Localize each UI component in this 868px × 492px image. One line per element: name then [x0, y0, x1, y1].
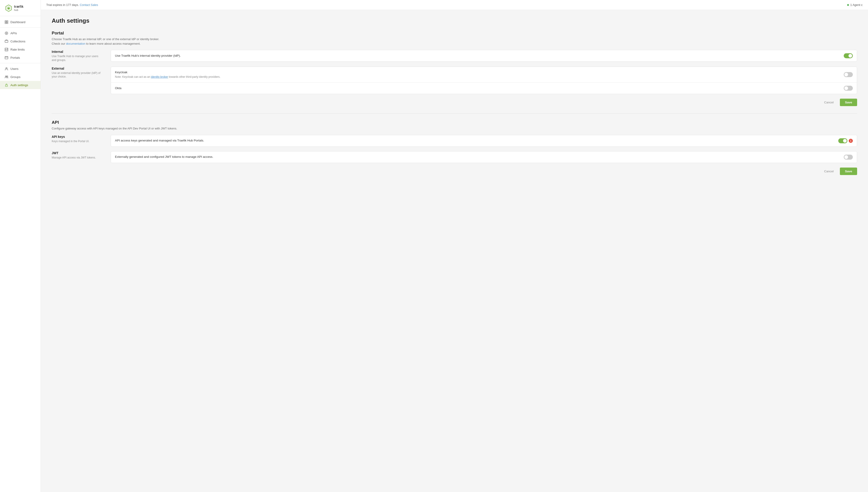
sidebar-item-groups[interactable]: Groups [0, 73, 41, 81]
api-keys-toggle[interactable] [838, 138, 847, 143]
svg-rect-14 [5, 85, 7, 87]
internal-card-item: Use Traefik Hub's internal identity prov… [111, 50, 857, 62]
jwt-title: JWT [52, 151, 102, 155]
okta-toggle[interactable] [844, 86, 853, 91]
portal-desc-text: Choose Traefik Hub as an internal IdP, o… [52, 38, 159, 41]
api-cancel-button[interactable]: Cancel [820, 168, 837, 175]
portal-save-button[interactable]: Save [840, 99, 857, 106]
svg-rect-8 [5, 40, 8, 42]
sidebar-nav: Dashboard APIs Collections Rate limits [0, 18, 41, 89]
sidebar-item-rate-limits-label: Rate limits [10, 48, 25, 51]
svg-rect-3 [5, 21, 6, 22]
logo: træfik hub [0, 0, 41, 16]
sidebar-item-users-label: Users [10, 67, 18, 71]
api-keys-card-label: API access keys generated and managed vi… [115, 138, 836, 143]
api-keys-item: API access keys generated and managed vi… [111, 135, 857, 146]
portal-desc2: Check our [52, 42, 65, 45]
internal-row: Internal Use Traefik Hub to manage your … [52, 50, 857, 62]
sidebar-item-collections[interactable]: Collections [0, 37, 41, 45]
sidebar-item-auth-settings[interactable]: Auth settings [0, 81, 41, 89]
sidebar-item-users[interactable]: Users [0, 65, 41, 73]
api-section-title: API [52, 120, 857, 125]
external-row: External Use an external identity provid… [52, 67, 857, 94]
api-keys-label: API keys Keys managed in the Portal UI. [52, 135, 102, 143]
internal-card: Use Traefik Hub's internal identity prov… [111, 50, 857, 62]
portal-section-title: Portal [52, 31, 857, 35]
jwt-row: JWT Manage API access via JWT tokens. Ex… [52, 151, 857, 163]
okta-label: Okta [115, 86, 841, 91]
sidebar-item-dashboard-label: Dashboard [10, 20, 25, 24]
sidebar-item-apis[interactable]: APIs [0, 29, 41, 37]
jwt-card: Externally generated and configured JWT … [111, 151, 857, 163]
external-label: External Use an external identity provid… [52, 67, 102, 79]
svg-point-13 [6, 76, 8, 77]
page-title: Auth settings [52, 17, 857, 24]
jwt-item: Externally generated and configured JWT … [111, 151, 857, 163]
keycloak-toggle[interactable] [844, 72, 853, 77]
api-icon [4, 31, 8, 35]
ratelimit-icon [4, 48, 8, 51]
svg-rect-6 [6, 22, 8, 24]
api-section-desc: Configure gateway access with API keys m… [52, 126, 857, 131]
keycloak-label: Keycloak Note: Keycloak can act as an id… [115, 70, 841, 79]
agent-dot [847, 4, 849, 6]
okta-toggle-slider [844, 86, 853, 91]
sidebar-item-rate-limits[interactable]: Rate limits [0, 45, 41, 53]
logo-text: træfik hub [14, 5, 24, 11]
portal-action-row: Cancel Save [52, 99, 857, 106]
traefik-logo-icon [4, 4, 13, 12]
trial-text: Trial expires in 177 days. [46, 3, 79, 6]
internal-desc: Use Traefik Hub to manage your users and… [52, 54, 102, 62]
api-keys-row: API keys Keys managed in the Portal UI. … [52, 135, 857, 147]
internal-title: Internal [52, 50, 102, 53]
keycloak-note: Note: Keycloak can act as an identity br… [115, 75, 220, 78]
section-divider [52, 113, 857, 114]
sidebar: træfik hub Dashboard APIs Collections [0, 0, 41, 492]
sidebar-item-auth-settings-label: Auth settings [10, 83, 28, 87]
api-keys-toggle-group: 1 [836, 138, 853, 143]
portal-section-desc: Choose Traefik Hub as an internal IdP, o… [52, 37, 857, 46]
svg-rect-5 [5, 22, 6, 24]
internal-toggle[interactable] [844, 53, 853, 58]
grid-icon [4, 20, 8, 24]
api-keys-title: API keys [52, 135, 102, 139]
okta-item: Okta [111, 82, 857, 94]
main-area: Trial expires in 177 days. Contact Sales… [41, 0, 868, 492]
portal-section: Portal Choose Traefik Hub as an internal… [52, 31, 857, 106]
auth-icon [4, 83, 8, 87]
api-keys-card: API access keys generated and managed vi… [111, 135, 857, 147]
sidebar-item-groups-label: Groups [10, 75, 20, 79]
groups-icon [4, 75, 8, 79]
keycloak-toggle-slider [844, 72, 853, 77]
nav-divider-1 [0, 27, 41, 28]
jwt-toggle[interactable] [844, 155, 853, 159]
api-keys-toggle-slider [838, 138, 847, 143]
logo-hub: hub [14, 8, 24, 11]
jwt-toggle-slider [844, 155, 853, 159]
internal-label: Internal Use Traefik Hub to manage your … [52, 50, 102, 62]
external-title: External [52, 67, 102, 70]
sidebar-item-dashboard[interactable]: Dashboard [0, 18, 41, 26]
documentation-link[interactable]: documentation [66, 42, 85, 45]
sidebar-item-portals-label: Portals [10, 56, 20, 59]
internal-toggle-slider [844, 53, 853, 58]
api-action-row: Cancel Save [52, 168, 857, 175]
sidebar-item-portals[interactable]: Portals [0, 53, 41, 62]
agent-label: 1 Agent c [850, 3, 863, 6]
api-save-button[interactable]: Save [840, 168, 857, 175]
sidebar-item-collections-label: Collections [10, 40, 25, 43]
keycloak-item: Keycloak Note: Keycloak can act as an id… [111, 67, 857, 82]
keycloak-name: Keycloak [115, 71, 127, 74]
portal-cancel-button[interactable]: Cancel [820, 99, 837, 106]
identity-broker-link[interactable]: identity broker [151, 75, 168, 78]
external-desc: Use an external identity provider (IdP) … [52, 71, 102, 79]
portals-icon [4, 56, 8, 59]
jwt-desc: Manage API access via JWT tokens. [52, 156, 102, 159]
contact-sales-link[interactable]: Contact Sales [80, 3, 98, 6]
collections-icon [4, 40, 8, 43]
api-keys-badge: 1 [849, 139, 853, 143]
trial-notice: Trial expires in 177 days. Contact Sales [46, 3, 98, 6]
svg-rect-4 [6, 21, 8, 22]
api-section: API Configure gateway access with API ke… [52, 120, 857, 175]
external-card: Keycloak Note: Keycloak can act as an id… [111, 67, 857, 94]
